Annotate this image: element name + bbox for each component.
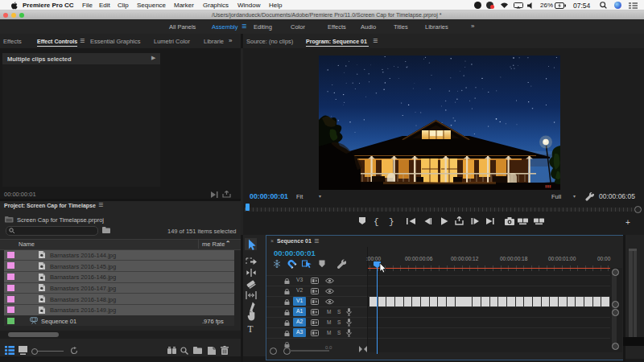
svg-text:T: T [248, 324, 254, 334]
svg-text:}: } [389, 217, 394, 226]
svg-text:{: { [374, 217, 379, 226]
svg-text:▮▮▮: ▮▮▮ [545, 184, 551, 188]
